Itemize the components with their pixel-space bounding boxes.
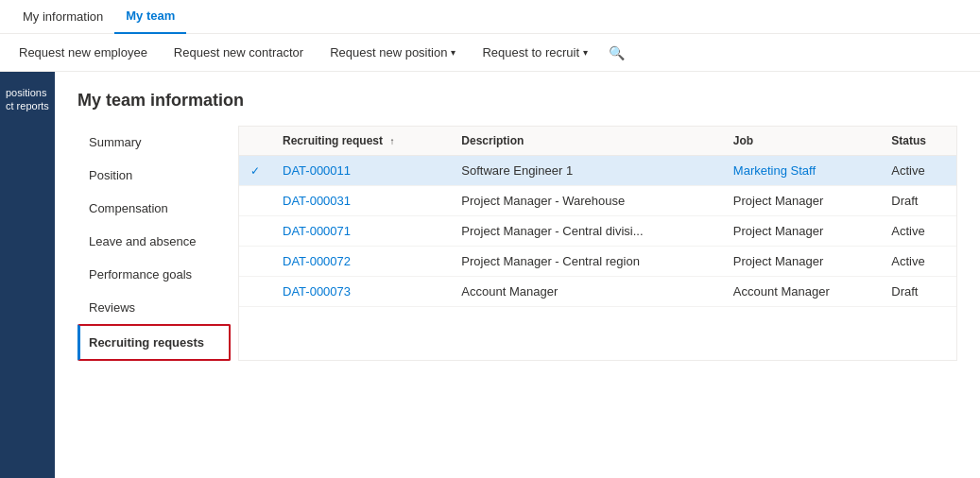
- side-panel-ct-reports[interactable]: ct reports: [6, 100, 49, 111]
- table-row[interactable]: DAT-000073Account ManagerAccount Manager…: [239, 277, 956, 307]
- row-check-cell: ✓: [239, 156, 271, 186]
- col-job: Job: [722, 127, 880, 156]
- sidebar-item-position[interactable]: Position: [77, 159, 231, 192]
- request-new-contractor-button[interactable]: Request new contractor: [163, 40, 315, 65]
- action-bar: Request new employee Request new contrac…: [0, 34, 980, 72]
- sort-icon: ↑: [389, 136, 394, 146]
- chevron-down-icon: ▾: [451, 47, 456, 58]
- col-description: Description: [450, 127, 722, 156]
- col-status: Status: [880, 127, 956, 156]
- sidebar-item-leave-and-absence[interactable]: Leave and absence: [77, 225, 231, 258]
- search-button[interactable]: 🔍: [603, 40, 630, 66]
- row-request-id[interactable]: DAT-000011: [271, 156, 450, 186]
- sidebar-item-recruiting-requests[interactable]: Recruiting requests: [77, 324, 231, 361]
- row-check-cell: [239, 247, 271, 277]
- request-new-employee-button[interactable]: Request new employee: [8, 40, 159, 65]
- row-description: Project Manager - Central divisi...: [450, 216, 722, 247]
- row-check-cell: [239, 277, 271, 307]
- sidebar-item-summary[interactable]: Summary: [77, 126, 231, 159]
- tab-my-information[interactable]: My information: [11, 0, 114, 34]
- row-status: Draft: [880, 186, 956, 216]
- request-to-recruit-button[interactable]: Request to recruit ▾: [471, 40, 599, 65]
- side-panel-positions[interactable]: positions: [6, 87, 49, 98]
- data-panel: Recruiting request ↑ Description Job Sta…: [238, 126, 957, 361]
- row-request-id[interactable]: DAT-000031: [271, 186, 450, 216]
- request-id-link[interactable]: DAT-000072: [283, 254, 351, 268]
- tab-my-team[interactable]: My team: [114, 0, 186, 34]
- request-id-link[interactable]: DAT-000071: [283, 224, 351, 238]
- main-layout: positions ct reports My team information…: [0, 72, 980, 478]
- row-request-id[interactable]: DAT-000072: [271, 247, 450, 277]
- table-row[interactable]: DAT-000071Project Manager - Central divi…: [239, 216, 956, 247]
- table-row[interactable]: DAT-000031Project Manager - WarehousePro…: [239, 186, 956, 216]
- request-new-position-button[interactable]: Request new position ▾: [318, 40, 467, 65]
- row-check-cell: [239, 186, 271, 216]
- table-wrapper[interactable]: Recruiting request ↑ Description Job Sta…: [239, 127, 956, 307]
- nav-menu: Summary Position Compensation Leave and …: [77, 126, 238, 361]
- row-job[interactable]: Marketing Staff: [722, 156, 880, 186]
- job-link[interactable]: Marketing Staff: [733, 163, 816, 178]
- chevron-down-icon: ▾: [583, 47, 588, 58]
- sidebar-item-compensation[interactable]: Compensation: [77, 192, 231, 225]
- row-request-id[interactable]: DAT-000073: [271, 277, 450, 307]
- table-row[interactable]: DAT-000072Project Manager - Central regi…: [239, 247, 956, 277]
- row-request-id[interactable]: DAT-000071: [271, 216, 450, 247]
- table-header-row: Recruiting request ↑ Description Job Sta…: [239, 127, 956, 156]
- row-status: Active: [880, 216, 956, 247]
- content-area: My team information Summary Position Com…: [55, 72, 980, 478]
- row-check-cell: [239, 216, 271, 247]
- top-nav: My information My team: [0, 0, 980, 34]
- row-description: Software Engineer 1: [450, 156, 722, 186]
- table-row[interactable]: ✓DAT-000011Software Engineer 1Marketing …: [239, 156, 956, 186]
- row-job: Project Manager: [722, 186, 880, 216]
- check-icon: ✓: [250, 164, 260, 178]
- sidebar-item-reviews[interactable]: Reviews: [77, 291, 231, 324]
- col-check: [239, 127, 271, 156]
- table-body: ✓DAT-000011Software Engineer 1Marketing …: [239, 156, 956, 307]
- row-status: Active: [880, 156, 956, 186]
- row-description: Project Manager - Warehouse: [450, 186, 722, 216]
- page-title: My team information: [77, 91, 957, 111]
- row-description: Account Manager: [450, 277, 722, 307]
- sidebar-item-performance-goals[interactable]: Performance goals: [77, 258, 231, 291]
- row-job: Project Manager: [722, 247, 880, 277]
- recruiting-requests-table: Recruiting request ↑ Description Job Sta…: [239, 127, 956, 307]
- request-id-link[interactable]: DAT-000031: [283, 194, 351, 208]
- request-id-link[interactable]: DAT-000011: [283, 163, 351, 178]
- row-status: Draft: [880, 277, 956, 307]
- inner-layout: Summary Position Compensation Leave and …: [77, 126, 957, 361]
- row-job: Project Manager: [722, 216, 880, 247]
- col-recruiting-request[interactable]: Recruiting request ↑: [271, 127, 450, 156]
- blue-side-panel: positions ct reports: [0, 72, 55, 478]
- row-status: Active: [880, 247, 956, 277]
- row-job: Account Manager: [722, 277, 880, 307]
- row-description: Project Manager - Central region: [450, 247, 722, 277]
- request-id-link[interactable]: DAT-000073: [283, 284, 351, 299]
